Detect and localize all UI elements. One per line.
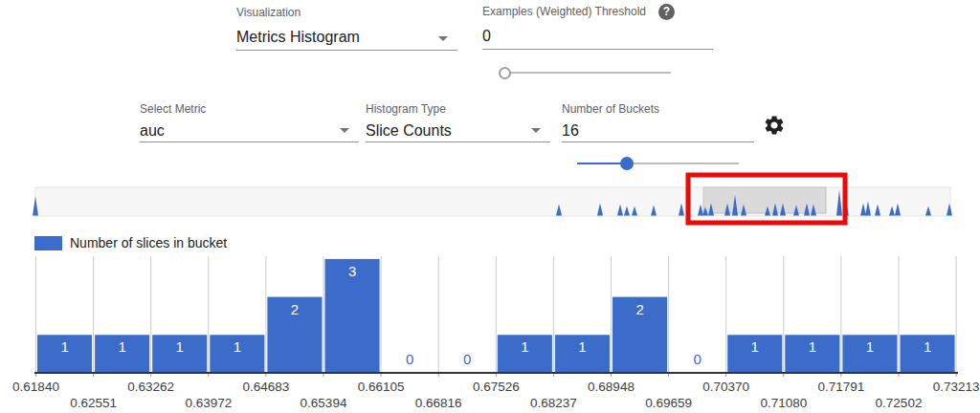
- examples-threshold-slider[interactable]: [499, 65, 671, 80]
- axis-tick-label: 0.63262: [127, 380, 174, 394]
- axis-tick-label: 0.64683: [242, 380, 289, 394]
- slider-thumb[interactable]: [620, 157, 634, 170]
- bar-count-label: 2: [635, 301, 643, 317]
- num-buckets-value: 16: [562, 121, 754, 141]
- histogram-type-label: Histogram Type: [366, 102, 550, 116]
- select-metric-select[interactable]: Select Metric auc: [140, 102, 359, 142]
- bar-count-label: 1: [521, 338, 528, 355]
- chevron-down-icon: [438, 36, 448, 41]
- axis-tick-label: 0.65394: [301, 396, 347, 410]
- axis-tick-label: 0.70370: [702, 380, 749, 394]
- metrics-histogram-chart: 0.618400.625510.632620.639720.646830.653…: [0, 0, 980, 413]
- bar-count-label: 0: [406, 351, 413, 367]
- gear-icon[interactable]: [763, 114, 786, 137]
- axis-tick-label: 0.68237: [530, 396, 577, 410]
- slider-track[interactable]: [504, 72, 671, 74]
- visualization-select[interactable]: Visualization Metrics Histogram: [236, 6, 457, 51]
- bar-count-label: 1: [866, 338, 874, 355]
- axis-tick-label: 0.72502: [876, 396, 923, 410]
- help-icon[interactable]: ?: [658, 4, 675, 20]
- axis-tick-label: 0.71080: [760, 396, 807, 410]
- num-buckets-slider[interactable]: [577, 156, 739, 171]
- axis-tick-label: 0.71791: [817, 380, 864, 394]
- visualization-label: Visualization: [236, 6, 457, 19]
- bar-count-label: 1: [751, 338, 759, 355]
- bar-count-label: 1: [809, 338, 816, 355]
- bar-count-label: 1: [60, 338, 68, 355]
- bar-count-label: 1: [578, 338, 586, 355]
- axis-tick-label: 0.67526: [473, 380, 520, 394]
- select-metric-label: Select Metric: [140, 102, 359, 116]
- axis-tick-label: 0.63972: [185, 396, 232, 410]
- examples-threshold-label: Examples (Weighted) Threshold: [482, 5, 713, 18]
- select-metric-value: auc: [140, 121, 359, 141]
- bar-count-label: 0: [693, 351, 701, 367]
- bar-count-label: 1: [118, 338, 125, 355]
- bar-count-label: 1: [176, 338, 184, 355]
- bar-count-label: 1: [924, 338, 931, 355]
- histogram-type-value: Slice Counts: [366, 121, 550, 141]
- num-buckets-input[interactable]: Number of Buckets 16: [562, 102, 754, 142]
- bar-count-label: 1: [234, 338, 241, 355]
- axis-tick-label: 0.61840: [12, 380, 59, 394]
- axis-tick-label: 0.62551: [70, 396, 117, 410]
- chevron-down-icon: [340, 128, 349, 133]
- histogram-type-select[interactable]: Histogram Type Slice Counts: [366, 102, 550, 142]
- legend-swatch: [34, 236, 62, 250]
- legend-label: Number of slices in bucket: [70, 235, 227, 250]
- num-buckets-label: Number of Buckets: [562, 102, 754, 116]
- axis-tick-label: 0.69659: [645, 396, 692, 410]
- examples-threshold-input[interactable]: Examples (Weighted) Threshold 0: [482, 5, 713, 50]
- slider-thumb[interactable]: [499, 67, 511, 79]
- bar-count-label: 3: [348, 263, 356, 279]
- chart-legend: Number of slices in bucket: [34, 235, 227, 250]
- examples-threshold-value: 0: [482, 27, 713, 49]
- bar-count-label: 0: [463, 351, 471, 367]
- axis-tick-label: 0.66816: [415, 396, 462, 410]
- axis-tick-label: 0.66105: [358, 380, 405, 394]
- chevron-down-icon: [531, 128, 541, 133]
- bar-count-label: 2: [291, 301, 299, 317]
- axis-tick-label: 0.68948: [588, 380, 635, 394]
- axis-tick-label: 0.73213: [933, 380, 980, 394]
- visualization-value: Metrics Histogram: [236, 28, 457, 50]
